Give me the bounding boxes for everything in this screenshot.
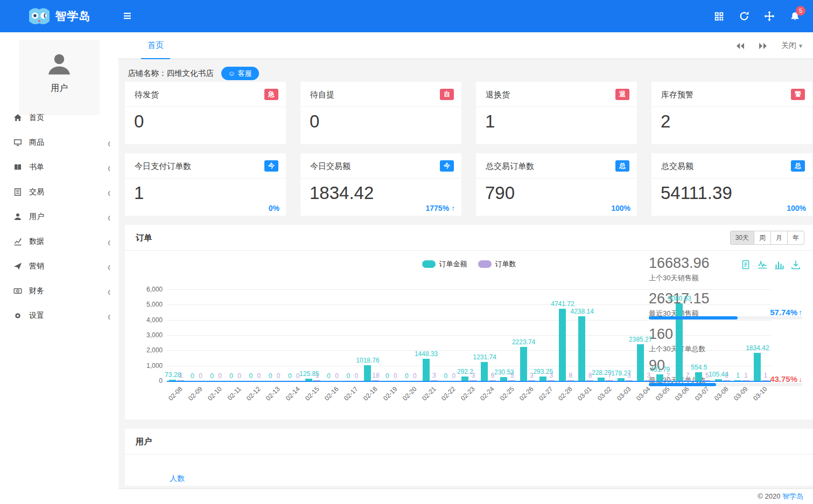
arrow-up-icon: ↑ [798, 308, 802, 317]
close-tabs-dropdown[interactable]: 关闭▼ [781, 41, 803, 51]
amount-bar[interactable] [500, 377, 507, 381]
book-icon [13, 163, 22, 172]
count-bar[interactable] [177, 380, 184, 381]
fullscreen-icon[interactable] [764, 11, 775, 22]
report-icon[interactable] [740, 259, 751, 270]
card-badge: 总 [615, 160, 629, 172]
range-button-30天[interactable]: 30天 [730, 231, 754, 245]
bell-icon[interactable]: 5 [789, 11, 800, 22]
bar-chart-icon[interactable] [774, 259, 784, 270]
count-bar[interactable] [489, 380, 496, 381]
count-bar[interactable] [586, 380, 593, 381]
amount-bar[interactable] [734, 380, 741, 381]
money-icon [13, 287, 22, 295]
count-bar[interactable] [548, 380, 555, 381]
amount-bar[interactable] [305, 379, 312, 381]
apps-grid-icon[interactable] [713, 11, 724, 22]
card-badge: 急 [264, 89, 278, 100]
sidebar-item-users[interactable]: 用户‹ [0, 204, 118, 229]
amount-label: 0 [191, 372, 194, 380]
count-bar[interactable] [742, 380, 749, 381]
amount-bar[interactable] [481, 362, 488, 381]
count-bar[interactable] [469, 380, 476, 381]
amount-bar[interactable] [364, 365, 371, 381]
count-bar[interactable] [528, 380, 535, 381]
sidebar-item-trade[interactable]: 交易‹ [0, 180, 118, 204]
count-label: 3 [549, 372, 553, 379]
amount-bar[interactable] [520, 347, 527, 381]
amount-bar[interactable] [598, 378, 605, 381]
card-total-revenue[interactable]: 总交易额总54111.39100% [651, 153, 812, 216]
sidebar-item-home[interactable]: 首页 [0, 105, 118, 130]
smiley-icon: ☺ [228, 67, 235, 80]
amount-bar[interactable] [539, 377, 546, 381]
card-pending-ship[interactable]: 待发货急0 [125, 82, 286, 144]
card-today-revenue[interactable]: 今日交易额今1834.421775% ↑ [300, 153, 461, 216]
count-bar[interactable] [626, 380, 633, 381]
amount-bar[interactable] [618, 378, 625, 381]
double-arrow-right-icon[interactable] [759, 42, 767, 49]
download-icon[interactable] [790, 259, 801, 270]
pulse-chart-icon[interactable] [757, 259, 768, 270]
amount-bar[interactable] [676, 303, 683, 381]
amount-label: 2223.74 [512, 338, 535, 346]
brand-logo[interactable]: 智学岛 [0, 0, 118, 32]
count-bar[interactable] [703, 380, 710, 381]
amount-bar[interactable] [423, 359, 430, 381]
amount-label: 292.2 [457, 368, 473, 375]
amount-label: 0 [229, 372, 233, 380]
count-label: 2 [667, 372, 670, 379]
refresh-icon[interactable] [739, 11, 749, 22]
count-bar[interactable] [567, 380, 574, 381]
amount-bar[interactable] [754, 353, 761, 381]
sidebar-item-marketing[interactable]: 营销‹ [0, 254, 118, 279]
sidebar-item-goods[interactable]: 商品‹ [0, 130, 118, 155]
count-label: 0 [413, 372, 417, 380]
footer-brand-link[interactable]: 智学岛 [782, 492, 803, 500]
hamburger-icon[interactable] [123, 12, 132, 22]
sidebar-item-finance[interactable]: 财务‹ [0, 279, 118, 303]
card-returns[interactable]: 退换货退1 [476, 82, 637, 144]
card-percent: 100% [787, 204, 806, 212]
count-bar[interactable] [723, 380, 730, 381]
amount-bar[interactable] [715, 379, 722, 381]
amount-bar[interactable] [461, 377, 468, 381]
card-total-orders[interactable]: 总交易订单数总790100% [476, 153, 637, 216]
tab-home[interactable]: 首页 [141, 32, 170, 59]
range-button-周[interactable]: 周 [754, 231, 771, 245]
amount-bar[interactable] [559, 309, 566, 381]
amount-bar[interactable] [169, 380, 176, 381]
count-bar[interactable] [606, 380, 613, 381]
amount-bar[interactable] [637, 344, 644, 381]
notification-badge: 5 [796, 6, 805, 16]
y-axis-label: 1,000 [130, 362, 163, 370]
range-button-年[interactable]: 年 [787, 231, 804, 245]
card-stock-warning[interactable]: 库存预警警2 [651, 82, 812, 144]
count-bar[interactable] [664, 380, 671, 381]
amount-label: 0 [288, 372, 292, 380]
user-count-tab[interactable]: 人数 [170, 474, 185, 484]
amount-bar[interactable] [695, 372, 702, 381]
card-today-paid-orders[interactable]: 今日支付订单数今10% [125, 153, 286, 216]
count-bar[interactable] [313, 380, 320, 381]
count-bar[interactable] [431, 380, 438, 381]
sidebar-item-settings[interactable]: 设置‹ [0, 303, 118, 328]
count-bar[interactable] [684, 380, 691, 381]
legend-item[interactable]: 订单金额 [422, 259, 467, 269]
customer-service-button[interactable]: ☺ 客服 [221, 67, 259, 80]
legend-item[interactable]: 订单数 [478, 259, 516, 269]
stat-prev30-sales-value: 16683.96 [649, 255, 710, 272]
count-bar[interactable] [645, 380, 652, 381]
range-button-月[interactable]: 月 [770, 231, 788, 245]
amount-bar[interactable] [578, 316, 585, 381]
count-bar[interactable] [372, 380, 379, 381]
double-arrow-left-icon[interactable] [736, 42, 745, 49]
amount-bar[interactable] [656, 374, 663, 381]
card-value: 2 [661, 111, 670, 132]
sidebar-item-booklist[interactable]: 书单‹ [0, 155, 118, 180]
sidebar-item-data[interactable]: 数据‹ [0, 229, 118, 254]
home-icon [13, 113, 22, 122]
card-pending-pickup[interactable]: 待自提自0 [300, 82, 461, 144]
count-bar[interactable] [508, 380, 515, 381]
count-bar[interactable] [762, 380, 769, 381]
